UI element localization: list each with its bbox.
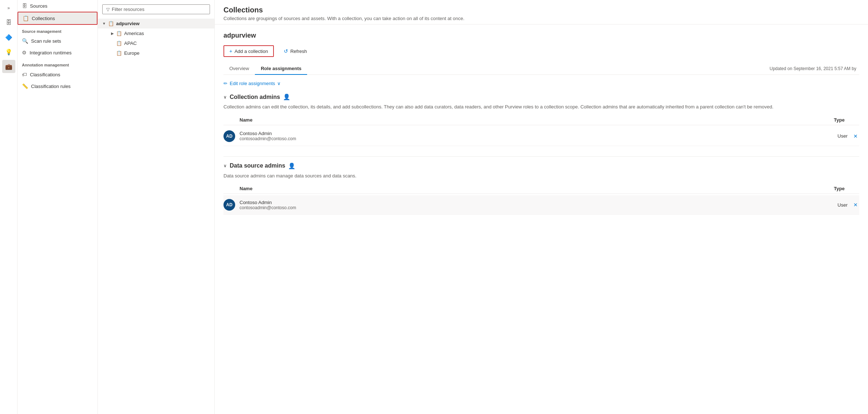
integration-runtimes-label: Integration runtimes [30, 50, 72, 55]
tree-europe-label: Europe [124, 50, 139, 56]
user-type: User [804, 202, 848, 208]
sidebar-item-integration-runtimes[interactable]: ⚙ Integration runtimes [18, 47, 97, 58]
data-source-admins-desc: Data source admins can manage data sourc… [223, 172, 859, 180]
col-name-header: Name [223, 117, 801, 123]
tree-europe-icon: 📋 [116, 50, 122, 56]
collection-admins-chevron[interactable]: ∨ [223, 95, 227, 100]
tree-root-label: adpurview [116, 21, 139, 26]
tree-root-icon: 📋 [108, 21, 114, 26]
scan-rule-sets-label: Scan rule sets [31, 38, 61, 44]
refresh-icon: ↺ [284, 48, 288, 54]
add-collection-button[interactable]: + Add a collection [223, 45, 274, 57]
side-nav: 🗄 Sources 📋 Collections Source managemen… [18, 0, 98, 414]
user-name: Contoso Admin [240, 131, 804, 136]
content-area: adpurview + Add a collection ↺ Refresh O… [215, 24, 868, 414]
classification-rules-label: Classification rules [31, 84, 70, 89]
tree-apac-icon: 📋 [116, 41, 122, 46]
remove-ds-admin-button[interactable]: ✕ [852, 201, 859, 208]
integration-runtimes-icon: ⚙ [22, 50, 27, 55]
page-subtitle: Collections are groupings of sources and… [223, 16, 859, 21]
tree-apac-label: APAC [124, 41, 137, 46]
sidebar-item-classification-rules[interactable]: 📏 Classification rules [18, 80, 97, 92]
user-info: Contoso Admin contosoadmin@contoso.com [240, 200, 804, 210]
data-source-admins-table-header: Name Type [223, 184, 859, 194]
avatar: AD [223, 199, 235, 211]
refresh-button[interactable]: ↺ Refresh [278, 46, 313, 57]
collection-title: adpurview [223, 32, 256, 39]
classification-rules-icon: 📏 [22, 83, 28, 89]
classifications-icon: 🏷 [22, 72, 27, 77]
page-header: Collections Collections are groupings of… [215, 0, 868, 24]
tree-americas-chevron: ▶ [111, 31, 114, 35]
collection-admins-section: ∨ Collection admins 👤 Collection admins … [223, 93, 859, 146]
ds-col-type-header: Type [801, 186, 845, 191]
collection-admins-desc: Collection admins can edit the collectio… [223, 103, 859, 111]
table-row: AD Contoso Admin contosoadmin@contoso.co… [223, 195, 859, 215]
add-collection-label: Add a collection [234, 49, 268, 54]
nav-icon-2[interactable]: 🔷 [2, 31, 15, 44]
toolbar: + Add a collection ↺ Refresh [223, 45, 859, 57]
nav-icon-3[interactable]: 💡 [2, 45, 15, 58]
edit-role-assignments-button[interactable]: ✏ Edit role assignments ∨ [223, 81, 859, 86]
source-management-label: Source management [18, 25, 97, 35]
collection-admins-title: Collection admins [230, 94, 280, 100]
tab-overview[interactable]: Overview [223, 63, 255, 75]
collection-admins-table-header: Name Type [223, 115, 859, 125]
page-title: Collections [223, 6, 859, 14]
ds-col-name-header: Name [223, 186, 801, 191]
collection-admins-header: ∨ Collection admins 👤 [223, 93, 859, 100]
collapse-icon[interactable]: » [2, 3, 15, 13]
data-source-admins-header: ∨ Data source admins 👤 [223, 162, 859, 169]
data-source-admins-add-icon[interactable]: 👤 [288, 162, 295, 169]
edit-role-chevron: ∨ [277, 81, 281, 86]
filter-bar[interactable]: ▽ Filter resources [102, 4, 210, 14]
nav-sources-icon[interactable]: 🗄 [2, 16, 15, 29]
add-collection-icon: + [229, 48, 232, 54]
user-name: Contoso Admin [240, 200, 804, 205]
data-source-admins-chevron[interactable]: ∨ [223, 163, 227, 168]
data-source-admins-title: Data source admins [230, 162, 285, 169]
refresh-label: Refresh [290, 49, 307, 54]
scan-rule-sets-icon: 🔍 [22, 38, 28, 44]
nav-icon-4[interactable]: 💼 [2, 60, 15, 73]
sidebar-item-classifications[interactable]: 🏷 Classifications [18, 69, 97, 80]
collections-icon: 📋 [23, 15, 29, 21]
table-row: AD Contoso Admin contosoadmin@contoso.co… [223, 127, 859, 146]
sources-icon: 🗄 [22, 3, 27, 9]
edit-role-label: Edit role assignments [230, 81, 275, 86]
annotation-management-label: Annotation management [18, 58, 97, 69]
user-info: Contoso Admin contosoadmin@contoso.com [240, 131, 804, 141]
tree-americas-icon: 📋 [116, 31, 122, 36]
tree-americas-label: Americas [124, 31, 144, 36]
data-source-admins-section: ∨ Data source admins 👤 Data source admin… [223, 162, 859, 215]
tree-panel: ▽ Filter resources ▼ 📋 adpurview ▶ 📋 Ame… [98, 0, 215, 414]
tabs: Overview Role assignments [223, 63, 770, 74]
user-email: contosoadmin@contoso.com [240, 136, 804, 141]
tree-item-europe[interactable]: ▶ 📋 Europe [98, 48, 214, 58]
main-content: Collections Collections are groupings of… [215, 0, 868, 414]
sidebar-item-collections[interactable]: 📋 Collections [18, 12, 97, 25]
filter-icon: ▽ [106, 7, 110, 12]
tab-role-assignments[interactable]: Role assignments [255, 63, 307, 75]
remove-admin-button[interactable]: ✕ [852, 133, 859, 140]
sidebar-collections-label: Collections [32, 16, 55, 21]
sidebar-sources-label: Sources [30, 3, 47, 9]
icon-bar: » 🗄 🔷 💡 💼 [0, 0, 18, 414]
tree-root-chevron: ▼ [102, 22, 106, 26]
classifications-label: Classifications [30, 72, 60, 77]
sidebar-item-sources[interactable]: 🗄 Sources [18, 0, 97, 12]
divider [223, 156, 859, 157]
col-type-header: Type [801, 117, 845, 123]
tree-item-apac[interactable]: ▶ 📋 APAC [98, 38, 214, 48]
collection-header: adpurview [223, 32, 859, 39]
tab-updated-text: Updated on September 16, 2021 5:57 AM by [770, 66, 860, 71]
user-email: contosoadmin@contoso.com [240, 205, 804, 210]
avatar: AD [223, 130, 235, 142]
edit-role-icon: ✏ [223, 81, 227, 86]
collection-admins-add-icon[interactable]: 👤 [283, 93, 290, 100]
tree-root-adpurview[interactable]: ▼ 📋 adpurview [98, 19, 214, 28]
tree-item-americas[interactable]: ▶ 📋 Americas [98, 28, 214, 38]
user-type: User [804, 133, 848, 139]
filter-placeholder: Filter resources [112, 7, 145, 12]
sidebar-item-scan-rule-sets[interactable]: 🔍 Scan rule sets [18, 35, 97, 47]
